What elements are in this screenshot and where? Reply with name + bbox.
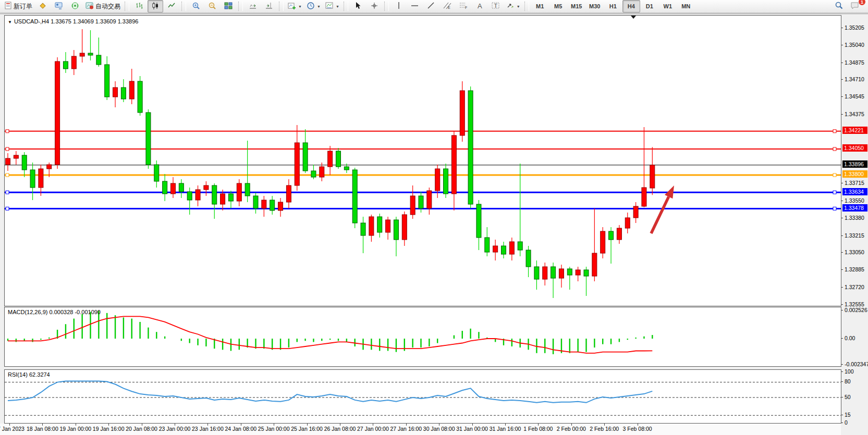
rsi-tick-label: 80 [845,378,851,384]
time-axis-label: 3 Feb 08:00 [623,426,652,432]
trendline-icon [427,2,435,11]
time-axis-label: 25 Jan 16:00 [291,426,323,432]
symbol-dropdown-icon[interactable]: ▼ [8,20,12,24]
signal-button[interactable] [67,0,83,13]
new-order-button[interactable]: 新订单 [2,0,34,13]
tab-timeframe-m30[interactable]: M30 [586,0,604,13]
candlestick-chart[interactable] [5,16,841,306]
price-level-label[interactable]: 1.34221 [842,127,867,134]
text-icon: A [476,2,483,11]
autotrading-button[interactable]: 自动交易 [83,0,123,13]
zoom-in-button[interactable] [188,0,204,13]
macd-label: MACD(12,26,9) 0.000328 -0.001090 [8,309,101,315]
price-axis[interactable]: 1.352051.350401.348751.347101.345451.343… [841,15,868,425]
time-axis-label: 27 Jan 16:00 [390,426,422,432]
notifications-button[interactable]: 1 [847,0,863,13]
label-tool-button[interactable]: T [488,0,504,13]
tab-timeframe-d1[interactable]: D1 [641,0,658,13]
chart-shift-button[interactable] [261,0,277,13]
price-tick-tick [841,252,843,253]
rsi-tick-tick [841,381,843,382]
search-button[interactable] [831,0,847,13]
horizontal-line-tool-button[interactable] [407,0,423,13]
horizontal-line-icon [411,3,419,10]
price-tick-tick [841,304,843,305]
auto-scroll-button[interactable] [245,0,261,13]
zoom-in-icon [192,2,200,11]
indicators-button[interactable]: ▼ [286,0,304,13]
crosshair-tool-button[interactable] [366,0,382,13]
price-tick-label: 1.34875 [845,59,864,66]
candlestick-chart-button[interactable] [148,0,163,13]
time-axis[interactable]: 17 Jan 202318 Jan 08:0019 Jan 00:0019 Ja… [0,424,841,435]
tab-timeframe-m5[interactable]: M5 [549,0,567,13]
tab-timeframe-m1[interactable]: M1 [531,0,549,13]
price-tick-tick [841,63,843,63]
price-tick-label: 1.35205 [845,24,864,31]
time-axis-label: 27 Jan 00:00 [357,426,389,432]
time-axis-label: 19 Jan 16:00 [93,426,125,432]
bar-chart-button[interactable] [131,0,147,13]
macd-tick-tick [841,338,843,339]
add-indicator-icon [288,2,296,11]
vertical-line-tool-button[interactable] [391,0,407,13]
tab-timeframe-h4[interactable]: H4 [622,0,640,13]
line-chart-button[interactable] [164,0,179,13]
fibonacci-tool-button[interactable]: F [456,0,471,13]
gold-diamond-icon [39,2,47,11]
price-tick-label: 1.32885 [845,266,864,272]
rsi-tick-tick [841,397,843,397]
text-tool-button[interactable]: A [472,0,487,13]
tab-timeframe-m15[interactable]: M15 [568,0,585,13]
channel-tool-button[interactable]: E [439,0,455,13]
price-tick-tick [841,96,843,97]
price-level-label[interactable]: 1.33634 [842,188,867,195]
time-axis-label: 31 Jan 16:00 [490,426,521,432]
time-axis-label: 31 Jan 00:00 [456,426,488,432]
price-tick-label: 1.34545 [845,93,864,100]
template-icon [325,2,334,11]
profiles-button[interactable] [35,0,51,13]
templates-button[interactable]: ▼ [323,0,341,13]
timeframe-toolbar: M1M5M15M30H1H4D1W1MN [531,0,695,13]
price-tick-label: 1.35040 [845,42,864,48]
arrows-tool-button[interactable]: ▼ [504,0,522,13]
periods-button[interactable]: ▼ [304,0,323,13]
tab-timeframe-mn[interactable]: MN [677,0,695,13]
cursor-icon [354,2,362,11]
macd-chart[interactable] [5,307,841,366]
cursor-tool-button[interactable] [350,0,366,13]
time-axis-label: 23 Jan 00:00 [159,426,191,432]
equidistant-channel-icon: E [443,2,451,11]
new-order-icon [4,2,12,11]
time-axis-label: 23 Jan 16:00 [192,426,224,432]
market-watch-button[interactable] [51,0,67,13]
dropdown-caret-icon: ▼ [517,5,520,8]
macd-tick-tick [841,310,843,310]
chart-shift-marker[interactable] [631,16,636,19]
rsi-label: RSI(14) 62.3274 [8,371,50,378]
price-tick-label: 1.33550 [845,197,864,204]
price-chart-panel: ▼USDCAD-,H4 1.33675 1.34069 1.33609 1.33… [4,15,841,306]
new-order-label: 新订单 [14,2,32,11]
time-axis-label: 30 Jan 08:00 [423,426,455,432]
time-axis-label: 20 Jan 08:00 [126,426,157,432]
tile-windows-button[interactable] [221,0,236,13]
clock-icon [307,2,315,11]
rsi-tick-label: 15 [845,412,851,418]
price-level-label[interactable]: 1.33800 [842,170,867,178]
rsi-tick-label: 50 [845,394,851,400]
zoom-out-button[interactable] [204,0,220,13]
rsi-chart[interactable] [5,370,841,423]
price-tick-label: 1.34375 [845,111,864,117]
tab-timeframe-h1[interactable]: H1 [604,0,622,13]
trendline-tool-button[interactable] [423,0,439,13]
svg-text:E: E [448,6,450,9]
bid-price-label[interactable]: 1.33896 [842,160,867,168]
toolbar-separator [524,2,529,11]
price-level-label[interactable]: 1.34050 [842,144,867,152]
tab-timeframe-w1[interactable]: W1 [659,0,677,13]
price-level-label[interactable]: 1.33478 [842,204,867,212]
chart-title-text: USDCAD-,H4 1.33675 1.34069 1.33609 1.338… [14,18,139,24]
price-tick-tick [841,45,843,45]
